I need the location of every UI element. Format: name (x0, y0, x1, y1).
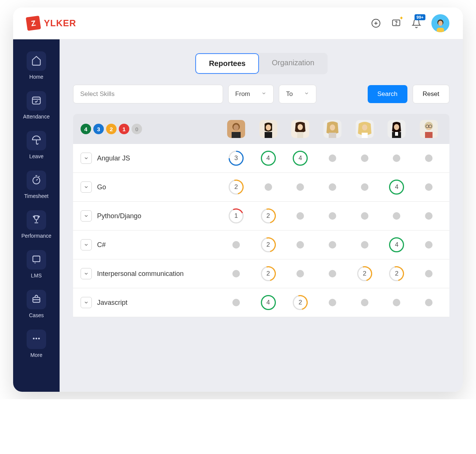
user-avatar (388, 120, 406, 138)
score-cell: 3 (220, 151, 252, 166)
score-cell (316, 237, 349, 252)
score-cell (284, 237, 316, 252)
svg-rect-37 (329, 133, 336, 138)
sidebar-item-more[interactable]: More (18, 327, 55, 361)
skill-row: Interpersonal communication222 (73, 259, 449, 288)
sidebar-item-label: LMS (31, 273, 42, 279)
app-header: Z YLKER ✦ 99+ (13, 7, 463, 39)
score-legend: 4 3 2 1 0 (81, 124, 142, 134)
skill-row: Go24 (73, 173, 449, 202)
score-cell (413, 266, 445, 281)
score-cell (349, 237, 381, 252)
score-cell: 4 (252, 295, 284, 310)
from-dropdown[interactable]: From (228, 85, 274, 103)
score-cell (220, 295, 252, 310)
sidebar-item-lms[interactable]: LMS (18, 247, 55, 282)
tab-reportees[interactable]: Reportees (195, 53, 259, 74)
empty-score-icon (329, 299, 336, 306)
sidebar-item-label: Timesheet (24, 193, 49, 199)
profile-avatar[interactable] (431, 14, 449, 32)
expand-button[interactable] (81, 239, 92, 250)
score-cell: 2 (252, 237, 284, 252)
svg-point-42 (394, 124, 399, 130)
notifications-button[interactable]: 99+ (411, 18, 422, 28)
empty-score-icon (425, 212, 433, 220)
empty-score-icon (329, 212, 336, 220)
svg-point-36 (330, 124, 335, 130)
skill-name: Javascript (97, 299, 127, 307)
user-column-header[interactable] (284, 120, 316, 138)
sidebar-nav: Home Attendance Leave Timesheet Performa… (13, 39, 60, 392)
expand-button[interactable] (81, 268, 92, 279)
help-button[interactable]: ✦ (391, 18, 401, 28)
expand-button[interactable] (81, 210, 92, 222)
chevron-down-icon (261, 90, 266, 98)
score-cell (349, 295, 381, 310)
score-cell (316, 151, 349, 166)
score-badge: 4 (261, 295, 276, 310)
svg-rect-7 (437, 28, 444, 32)
score-cell (413, 208, 445, 223)
empty-score-icon (329, 154, 336, 162)
legend-level-0: 0 (132, 124, 142, 134)
expand-button[interactable] (81, 181, 92, 193)
user-column-header[interactable] (349, 120, 381, 138)
select-skills-dropdown[interactable]: Select Skills (73, 85, 223, 103)
sidebar-item-label: Performance (21, 233, 51, 239)
sidebar-item-home[interactable]: Home (18, 48, 55, 83)
skills-matrix-table: 4 3 2 1 0 Angular JS344Go24Python/Django… (73, 114, 449, 317)
tab-organization[interactable]: Organization (259, 53, 327, 74)
svg-rect-8 (33, 97, 40, 104)
sidebar-item-timesheet[interactable]: Timesheet (18, 168, 55, 202)
search-button[interactable]: Search (368, 85, 407, 103)
chevron-down-icon (304, 90, 309, 98)
sidebar-item-attendance[interactable]: Attendance (18, 88, 55, 123)
user-column-header[interactable] (252, 120, 284, 138)
to-dropdown[interactable]: To (279, 85, 316, 103)
empty-score-icon (361, 183, 368, 191)
user-column-header[interactable] (413, 120, 445, 138)
expand-button[interactable] (81, 153, 92, 164)
sidebar-item-cases[interactable]: Cases (18, 287, 55, 321)
user-avatar (259, 120, 277, 138)
filter-bar: Select Skills From To Search Reset (73, 85, 449, 103)
dots-icon (31, 333, 42, 345)
empty-score-icon (393, 212, 400, 220)
score-cell (316, 266, 349, 281)
score-cell: 1 (220, 208, 252, 223)
user-avatar (323, 120, 341, 138)
reset-button[interactable]: Reset (413, 85, 449, 103)
user-avatar (291, 120, 309, 138)
skill-name: C# (97, 241, 106, 249)
user-column-header[interactable] (381, 120, 413, 138)
score-cell: 2 (381, 266, 413, 281)
svg-point-30 (266, 124, 271, 130)
sidebar-item-leave[interactable]: Leave (18, 128, 55, 162)
sidebar-item-performance[interactable]: Performance (18, 207, 55, 242)
expand-button[interactable] (81, 297, 92, 308)
empty-score-icon (425, 241, 433, 249)
score-cell (349, 208, 381, 223)
umbrella-icon (31, 135, 42, 147)
stopwatch-icon (31, 174, 42, 186)
empty-score-icon (329, 270, 336, 277)
empty-score-icon (361, 212, 368, 220)
user-column-header[interactable] (316, 120, 349, 138)
score-cell (413, 151, 445, 166)
score-cell: 4 (284, 151, 316, 166)
logo-text: YLKER (44, 18, 76, 28)
legend-level-2: 2 (106, 124, 117, 134)
user-column-header[interactable] (220, 120, 252, 138)
empty-score-icon (425, 154, 433, 162)
svg-line-12 (36, 179, 38, 181)
empty-score-icon (361, 241, 368, 249)
svg-point-23 (36, 338, 37, 340)
empty-score-icon (296, 270, 304, 277)
sidebar-item-label: Cases (29, 312, 44, 318)
svg-rect-50 (425, 132, 433, 138)
empty-score-icon (296, 241, 304, 249)
user-avatar (227, 120, 245, 138)
svg-rect-28 (232, 132, 241, 138)
add-button[interactable] (371, 18, 381, 28)
empty-score-icon (425, 299, 433, 306)
